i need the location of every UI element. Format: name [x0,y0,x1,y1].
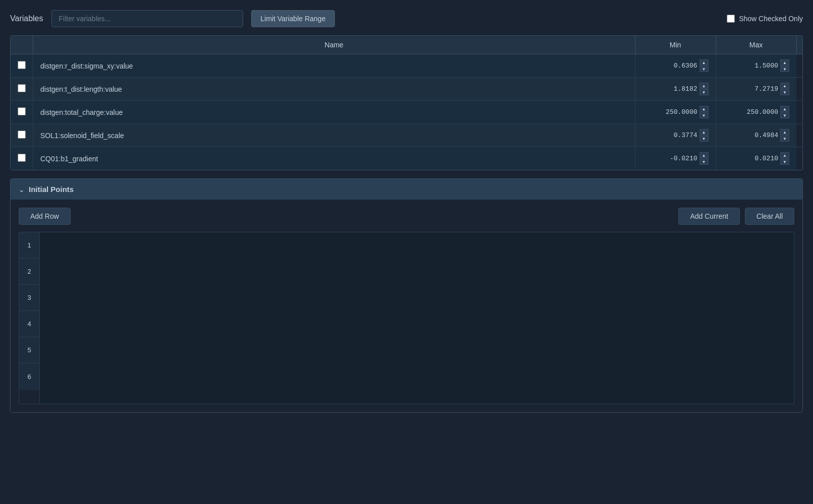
initial-points-header[interactable]: ⌄ Initial Points [11,179,802,200]
row-checkbox[interactable] [18,107,26,115]
show-checked-only-label: Show Checked Only [739,15,803,23]
points-grid-scroll[interactable]: 123456 [19,232,794,404]
initial-points-body: Add Row Add Current Clear All 123456 [11,200,802,412]
max-decrement-btn[interactable]: ▼ [780,136,789,142]
filter-variables-input[interactable] [51,10,243,27]
row-number: 1 [19,232,39,259]
row-checkbox-cell[interactable] [11,54,33,78]
initial-points-section: ⌄ Initial Points Add Row Add Current Cle… [10,178,803,413]
min-decrement-btn[interactable]: ▼ [700,89,709,95]
row-max-cell: 250.0000 ▲ ▼ [716,101,796,124]
min-increment-btn[interactable]: ▲ [700,152,709,158]
min-increment-btn[interactable]: ▲ [700,59,709,66]
row-min-cell: 1.8182 ▲ ▼ [635,78,716,101]
min-decrement-btn[interactable]: ▼ [700,112,709,118]
row-checkbox[interactable] [18,61,26,69]
row-checkbox[interactable] [18,154,26,162]
row-number: 4 [19,311,39,337]
max-decrement-btn[interactable]: ▼ [780,112,789,118]
min-value: -0.0210 [670,155,698,162]
row-min-cell: 250.0000 ▲ ▼ [635,101,716,124]
row-max-cell: 1.5000 ▲ ▼ [716,54,796,78]
max-decrement-btn[interactable]: ▼ [780,66,789,72]
variables-table: Name Min Max distgen:r_dist:sigma_xy:val… [11,36,802,170]
table-row: distgen:t_dist:length:value 1.8182 ▲ ▼ 7… [11,78,802,101]
max-spinner[interactable]: ▲ ▼ [780,152,789,165]
grid-content [40,232,794,404]
max-value: 0.0210 [754,155,778,162]
table-row: SOL1:solenoid_field_scale 0.3774 ▲ ▼ 0.4… [11,124,802,147]
row-name-cell: distgen:total_charge:value [33,101,635,124]
table-body: distgen:r_dist:sigma_xy:value 0.6306 ▲ ▼… [11,54,802,170]
row-checkbox-cell[interactable] [11,124,33,147]
table-header-row: Name Min Max [11,36,802,54]
table-row: distgen:r_dist:sigma_xy:value 0.6306 ▲ ▼… [11,54,802,78]
max-increment-btn[interactable]: ▲ [780,129,789,135]
col-header-scrollbar-space [796,36,802,54]
max-value: 0.4984 [754,132,778,139]
min-spinner[interactable]: ▲ ▼ [700,152,709,165]
add-current-button[interactable]: Add Current [678,208,739,225]
row-checkbox-cell[interactable] [11,147,33,170]
row-number: 5 [19,337,39,363]
min-increment-btn[interactable]: ▲ [700,83,709,89]
show-checked-row: Show Checked Only [727,15,803,23]
max-increment-btn[interactable]: ▲ [780,152,789,158]
min-value: 250.0000 [666,108,697,116]
max-value: 250.0000 [747,108,778,116]
min-value: 0.3774 [674,132,698,139]
table-row: distgen:total_charge:value 250.0000 ▲ ▼ … [11,101,802,124]
min-decrement-btn[interactable]: ▼ [700,66,709,72]
min-decrement-btn[interactable]: ▼ [700,136,709,142]
min-spinner[interactable]: ▲ ▼ [700,106,709,118]
clear-all-button[interactable]: Clear All [745,208,794,225]
min-value: 1.8182 [674,85,698,93]
variables-table-scroll[interactable]: Name Min Max distgen:r_dist:sigma_xy:val… [11,36,802,170]
max-value: 7.2719 [754,85,778,93]
row-checkbox[interactable] [18,131,26,139]
max-increment-btn[interactable]: ▲ [780,83,789,89]
row-checkbox[interactable] [18,84,26,92]
row-number: 6 [19,363,39,390]
row-checkbox-cell[interactable] [11,101,33,124]
min-increment-btn[interactable]: ▲ [700,106,709,112]
limit-variable-range-button[interactable]: Limit Variable Range [251,10,335,27]
row-name-cell: SOL1:solenoid_field_scale [33,124,635,147]
max-spinner[interactable]: ▲ ▼ [780,83,789,95]
show-checked-only-checkbox[interactable] [727,15,735,23]
row-max-cell: 0.0210 ▲ ▼ [716,147,796,170]
max-decrement-btn[interactable]: ▼ [780,159,789,165]
min-increment-btn[interactable]: ▲ [700,129,709,135]
row-max-cell: 7.2719 ▲ ▼ [716,78,796,101]
row-number: 3 [19,285,39,311]
initial-points-toolbar: Add Row Add Current Clear All [19,208,794,225]
row-name-cell: distgen:t_dist:length:value [33,78,635,101]
row-checkbox-cell[interactable] [11,78,33,101]
row-min-cell: 0.3774 ▲ ▼ [635,124,716,147]
max-increment-btn[interactable]: ▲ [780,106,789,112]
max-decrement-btn[interactable]: ▼ [780,89,789,95]
min-value: 0.6306 [674,62,698,70]
chevron-down-icon: ⌄ [19,185,25,194]
toolbar-left: Add Row [19,208,71,225]
points-grid-container: 123456 [19,232,794,404]
variables-label: Variables [10,14,43,23]
min-spinner[interactable]: ▲ ▼ [700,59,709,72]
min-spinner[interactable]: ▲ ▼ [700,129,709,142]
max-increment-btn[interactable]: ▲ [780,59,789,66]
min-spinner[interactable]: ▲ ▼ [700,83,709,95]
row-numbers: 123456 [19,232,40,404]
col-header-name: Name [33,36,635,54]
row-name-cell: CQ01:b1_gradient [33,147,635,170]
row-number: 2 [19,259,39,285]
min-decrement-btn[interactable]: ▼ [700,159,709,165]
add-row-button[interactable]: Add Row [19,208,71,225]
row-name-cell: distgen:r_dist:sigma_xy:value [33,54,635,78]
initial-points-title: Initial Points [29,185,74,194]
row-min-cell: -0.0210 ▲ ▼ [635,147,716,170]
max-spinner[interactable]: ▲ ▼ [780,129,789,142]
max-spinner[interactable]: ▲ ▼ [780,59,789,72]
col-header-checkbox [11,36,33,54]
row-min-cell: 0.6306 ▲ ▼ [635,54,716,78]
max-spinner[interactable]: ▲ ▼ [780,106,789,118]
